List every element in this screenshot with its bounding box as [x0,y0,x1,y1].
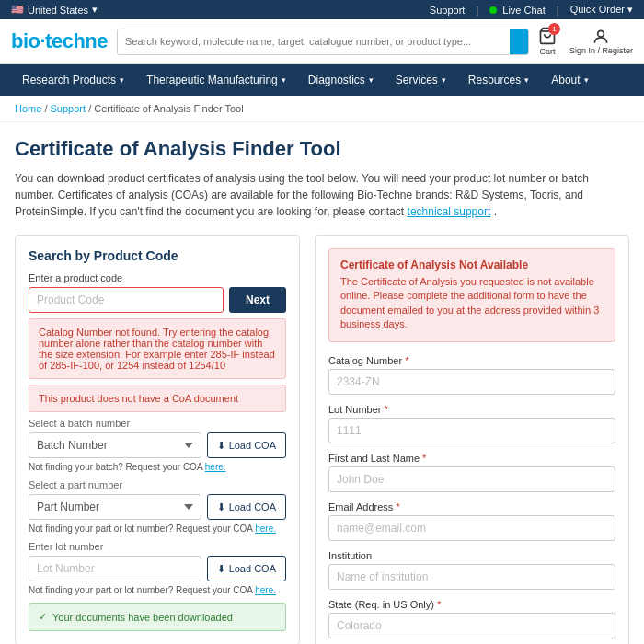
load-coa-label3: Load COA [229,563,276,574]
email-input[interactable] [328,515,615,541]
state-field: State (Req. in US Only) * [328,599,615,638]
enter-product-code-label: Enter a product code [29,272,286,283]
required-marker: * [422,453,426,464]
sign-in-container[interactable]: Sign In / Register [569,28,633,55]
load-coa-lot-button[interactable]: ⬇ Load COA [207,556,286,581]
state-label: State (Req. in US Only) * [328,599,615,610]
institution-label: Institution [328,550,615,561]
live-chat-icon [489,6,497,14]
chevron-icon: ▾ [524,75,529,85]
breadcrumb: Home / Support / Certificate of Analysis… [0,96,644,122]
breadcrumb-support[interactable]: Support [51,103,86,114]
divider2: | [557,5,559,16]
region-label: United States [28,5,88,16]
live-chat-link[interactable]: Live Chat [489,5,546,16]
nav-label: About [551,74,580,86]
chevron-down-icon2: ▾ [627,4,633,15]
nav-label: Resources [468,74,521,86]
user-icon [592,28,610,46]
batch-number-select[interactable]: Batch Number [29,432,201,458]
header: bio·techne 1 Cart Sign In / Register [0,19,644,64]
help1-text: Not finding your batch? Request your COA [29,462,202,472]
part-help-link[interactable]: here. [255,523,276,534]
label-text: Email Address [328,501,393,512]
region-selector[interactable]: 🇺🇸 United States ▾ [11,4,98,16]
logo-techne: techne [45,29,108,52]
state-input[interactable] [328,613,615,638]
lot-number-input[interactable] [29,556,201,581]
batch-help-link[interactable]: here. [205,462,226,472]
chevron-icon: ▾ [282,75,286,85]
lot-number-form-label: Lot Number * [328,404,615,415]
sign-in-label: Sign In / Register [569,46,633,55]
search-button[interactable] [510,29,528,54]
part-number-row: Part Number ⬇ Load COA [29,494,286,520]
required-marker: * [396,501,399,512]
batch-number-row: Batch Number ⬇ Load COA [29,432,286,458]
flag-icon: 🇺🇸 [11,4,24,16]
required-marker: * [405,355,408,366]
no-coa-warning: This product does not have a CoA documen… [29,385,286,412]
name-input[interactable] [328,466,615,492]
catalog-error-message: Catalog Number not found. Try entering t… [29,318,286,379]
chevron-icon: ▾ [442,75,446,85]
email-label: Email Address * [328,501,615,512]
chevron-icon: ▾ [369,75,374,85]
cart-icon-container[interactable]: 1 Cart [538,27,557,56]
main-nav: Research Products ▾ Therapeutic Manufact… [0,64,644,96]
logo[interactable]: bio·techne [11,29,108,53]
nav-diagnostics[interactable]: Diagnostics ▾ [297,64,385,96]
part-help-text: Not finding your part or lot number? Req… [29,523,286,534]
part-number-label: Select a part number [29,479,286,490]
search-by-product-code-box: Search by Product Code Enter a product c… [15,235,300,644]
nav-label: Services [396,74,438,86]
nav-label: Diagnostics [308,74,365,86]
chevron-down-icon: ▾ [92,4,98,16]
name-label: First and Last Name * [328,453,615,464]
breadcrumb-current: Certificate of Analysis Finder Tool [94,103,243,114]
nav-therapeutic[interactable]: Therapeutic Manufacturing ▾ [135,64,297,96]
institution-input[interactable] [328,564,615,590]
lot-help-link[interactable]: here. [255,585,276,595]
nav-label: Research Products [22,74,116,86]
coa-alert-text: The Certificate of Analysis you requeste… [340,275,604,332]
institution-field: Institution [328,550,615,590]
logo-bio: bio· [11,29,45,52]
nav-about[interactable]: About ▾ [540,64,599,96]
download-icon: ⬇ [217,440,225,452]
catalog-number-label: Catalog Number * [328,355,615,366]
label-text: State (Req. in US Only) [328,599,434,610]
part-number-select[interactable]: Part Number [29,494,201,520]
success-message: ✓ Your documents have been downloaded [29,603,286,631]
load-coa-label: Load COA [229,440,276,451]
load-coa-part-button[interactable]: ⬇ Load COA [207,494,286,520]
svg-point-3 [598,30,604,37]
label-text: First and Last Name [328,453,420,464]
required-marker: * [437,599,441,610]
left-column: Search by Product Code Enter a product c… [15,235,300,644]
coa-not-available-panel: Certificate of Analysis Not Available Th… [315,235,629,644]
product-code-input[interactable] [29,287,224,313]
quick-order-link[interactable]: Quick Order ▾ [570,4,633,16]
search-input[interactable] [118,29,510,54]
nav-label: Therapeutic Manufacturing [146,74,278,86]
two-column-layout: Search by Product Code Enter a product c… [15,235,629,644]
load-coa-batch-button[interactable]: ⬇ Load COA [207,432,286,458]
breadcrumb-home[interactable]: Home [15,103,41,114]
catalog-number-field: Catalog Number * [328,355,615,395]
catalog-number-input[interactable] [328,369,615,395]
name-field: First and Last Name * [328,453,615,492]
lot-number-form-input[interactable] [328,418,615,443]
support-link[interactable]: Support [430,5,466,16]
batch-help-text: Not finding your batch? Request your COA… [29,462,286,472]
nav-research-products[interactable]: Research Products ▾ [11,64,135,96]
coa-alert-title: Certificate of Analysis Not Available [340,259,604,271]
technical-support-link[interactable]: technical support [408,205,491,218]
help2-text: Not finding your part or lot number? Req… [29,523,252,534]
label-text: Lot Number [328,404,381,415]
live-chat-label: Live Chat [502,5,545,16]
next-button[interactable]: Next [229,287,286,313]
nav-resources[interactable]: Resources ▾ [457,64,540,96]
required-marker: * [385,404,388,415]
nav-services[interactable]: Services ▾ [385,64,457,96]
